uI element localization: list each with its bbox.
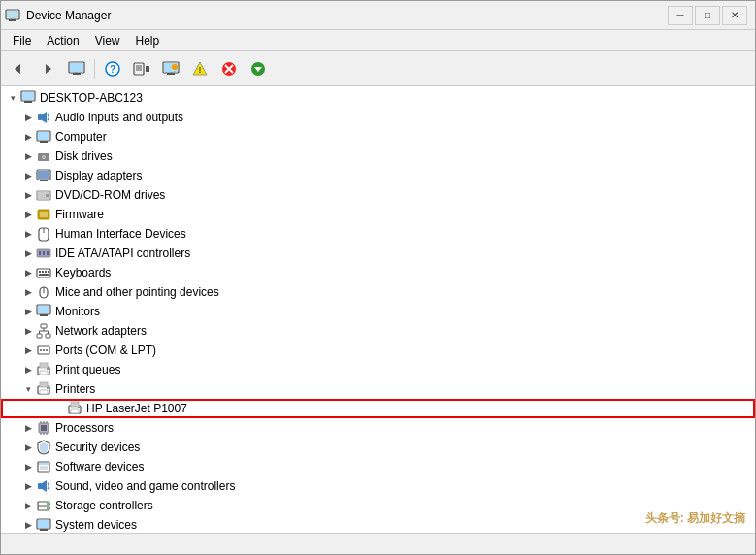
keyboard-expander[interactable]: ▶: [20, 265, 36, 280]
svg-rect-67: [38, 306, 49, 313]
list-item[interactable]: ▶ Network adapters: [1, 321, 755, 341]
menu-action[interactable]: Action: [39, 32, 86, 49]
display-expander[interactable]: ▶: [20, 168, 36, 183]
computer-expander[interactable]: ▶: [20, 129, 36, 145]
computer-device-icon: [36, 129, 51, 145]
security-expander[interactable]: ▶: [20, 440, 36, 455]
toolbar-back-button[interactable]: [5, 55, 32, 82]
list-item[interactable]: ▶ Monitors: [1, 302, 755, 321]
dvd-label: DVD/CD-ROM drives: [55, 188, 165, 202]
list-item[interactable]: ▾ Printers: [1, 379, 755, 399]
network-expander[interactable]: ▶: [20, 323, 36, 339]
svg-rect-103: [38, 483, 42, 489]
svg-marker-4: [46, 64, 51, 74]
svg-rect-42: [40, 180, 48, 181]
disk-expander[interactable]: ▶: [20, 148, 36, 164]
system-expander[interactable]: ▶: [20, 517, 36, 533]
software-icon: [36, 459, 51, 474]
list-item[interactable]: ▶ Sound, video and game controllers: [1, 476, 755, 496]
network-icon: [36, 323, 51, 339]
list-item[interactable]: ▶ Print queues: [1, 360, 755, 379]
monitor-expander[interactable]: ▶: [20, 304, 36, 319]
mice-expander[interactable]: ▶: [20, 284, 36, 300]
display-icon: [36, 168, 51, 183]
svg-rect-54: [39, 251, 41, 255]
maximize-button[interactable]: □: [695, 6, 720, 25]
list-item[interactable]: ▶ Computer: [1, 127, 755, 147]
list-item[interactable]: ▶ Software devices: [1, 457, 755, 476]
audio-label: Audio inputs and outputs: [55, 111, 183, 124]
svg-marker-104: [42, 480, 47, 492]
svg-rect-110: [40, 529, 48, 531]
content-area[interactable]: ▾ DESKTOP-ABC123 ▶: [1, 86, 755, 533]
toolbar-update-button[interactable]: [245, 55, 272, 82]
list-item[interactable]: ▶ IDE ATA/ATAPI controllers: [1, 244, 755, 263]
toolbar-show-hidden-button[interactable]: [128, 55, 155, 82]
device-manager-window: Device Manager ─ □ ✕ File Action View He…: [0, 0, 756, 555]
svg-rect-70: [46, 334, 50, 338]
list-item[interactable]: ▶ Security devices: [1, 438, 755, 457]
ide-label: IDE ATA/ATAPI controllers: [55, 246, 190, 260]
toolbar-remove-button[interactable]: [215, 55, 243, 82]
dvd-expander[interactable]: ▶: [20, 187, 36, 203]
svg-rect-10: [134, 63, 144, 75]
hp-laserjet-item[interactable]: ▶ HP LaserJet P1007: [1, 399, 755, 418]
print-expander[interactable]: ▶: [20, 362, 36, 377]
window-title: Device Manager: [26, 9, 111, 22]
tree-root-item[interactable]: ▾ DESKTOP-ABC123: [1, 88, 755, 108]
list-item[interactable]: ▶ Display adapters: [1, 166, 755, 185]
root-expander[interactable]: ▾: [5, 90, 20, 106]
menu-view[interactable]: View: [87, 32, 128, 49]
minimize-button[interactable]: ─: [668, 6, 693, 25]
toolbar-computer-button[interactable]: [63, 55, 90, 82]
list-item[interactable]: ▶ Audio inputs and outputs: [1, 108, 755, 127]
list-item[interactable]: ▶ Processors: [1, 418, 755, 438]
toolbar-forward-button[interactable]: [34, 55, 61, 82]
security-icon: [36, 440, 51, 455]
hid-expander[interactable]: ▶: [20, 226, 36, 242]
list-item[interactable]: ▶ Keyboards: [1, 263, 755, 282]
ide-expander[interactable]: ▶: [20, 245, 36, 261]
svg-point-18: [172, 64, 178, 70]
sound-icon: [36, 478, 51, 494]
menu-file[interactable]: File: [5, 32, 39, 49]
processors-expander[interactable]: ▶: [20, 420, 36, 436]
list-item[interactable]: ▶ Firmware: [1, 205, 755, 224]
list-item[interactable]: ▶ Human Interface Devices: [1, 224, 755, 244]
toolbar-sep-1: [94, 59, 95, 79]
firmware-expander[interactable]: ▶: [20, 207, 36, 222]
menu-help[interactable]: Help: [128, 32, 168, 49]
list-item[interactable]: ▶ System devices: [1, 515, 755, 533]
list-item[interactable]: ▶ Ports (COM & LPT): [1, 341, 755, 360]
toolbar-warning-button[interactable]: !: [186, 55, 214, 82]
svg-rect-89: [71, 409, 79, 413]
processors-label: Processors: [55, 421, 114, 435]
svg-point-77: [43, 349, 45, 351]
ports-icon: [36, 343, 51, 358]
software-expander[interactable]: ▶: [20, 459, 36, 474]
list-item[interactable]: ▶ Disk drives: [1, 147, 755, 166]
svg-point-82: [47, 368, 49, 370]
sound-expander[interactable]: ▶: [20, 478, 36, 494]
svg-rect-2: [7, 11, 18, 18]
toolbar-info-button[interactable]: ?: [99, 55, 126, 82]
svg-rect-111: [38, 520, 49, 528]
audio-expander[interactable]: ▶: [20, 110, 36, 125]
printers-expander[interactable]: ▾: [20, 381, 36, 397]
ports-expander[interactable]: ▶: [20, 343, 36, 358]
svg-rect-43: [38, 171, 49, 179]
svg-rect-62: [39, 274, 49, 276]
svg-text:?: ?: [110, 64, 115, 75]
toolbar-monitor-button[interactable]: [157, 55, 184, 82]
disk-label: Disk drives: [55, 149, 113, 163]
svg-rect-68: [41, 324, 47, 328]
list-item[interactable]: ▶ Mice and other pointing devices: [1, 282, 755, 302]
list-item[interactable]: ▶ DVD/CD-ROM drives: [1, 185, 755, 205]
svg-rect-61: [48, 271, 49, 273]
svg-point-107: [47, 503, 49, 505]
print-queue-icon: [36, 362, 51, 377]
storage-expander[interactable]: ▶: [20, 498, 36, 513]
computer-icon: [20, 90, 36, 106]
close-button[interactable]: ✕: [722, 6, 747, 25]
list-item[interactable]: ▶ Storage controllers: [1, 496, 755, 515]
